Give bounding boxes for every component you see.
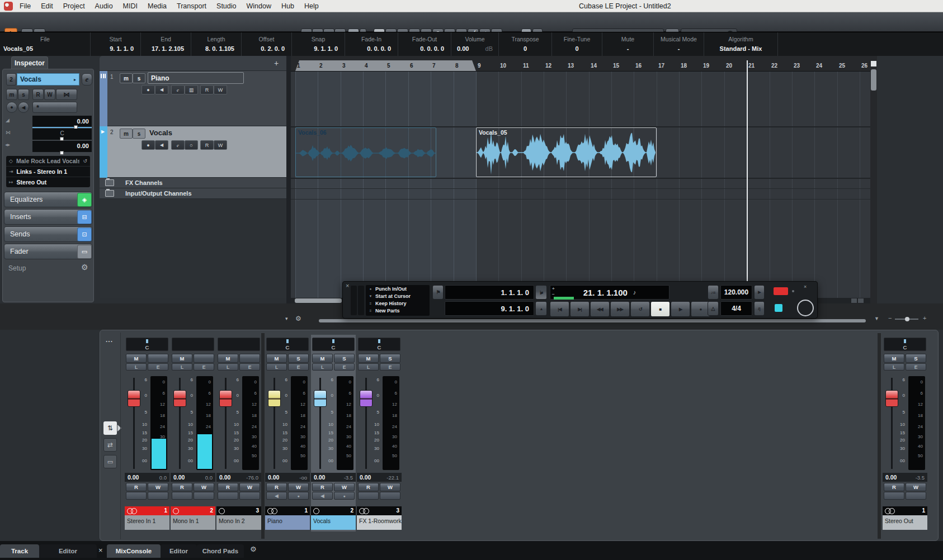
channel-edit-button[interactable]: E — [906, 363, 926, 371]
fader-handle[interactable] — [360, 390, 373, 407]
mute-button[interactable]: M — [312, 354, 333, 363]
menu-media[interactable]: Media — [143, 0, 172, 12]
fader-handle[interactable] — [128, 390, 140, 407]
monitor-button[interactable]: ◀ — [18, 102, 29, 113]
right-locator-flag-button[interactable]: ⚑ — [535, 285, 547, 300]
track-solo-button[interactable]: s — [133, 73, 145, 83]
small-close-icon[interactable]: × — [804, 284, 807, 290]
read-automation-button[interactable]: R — [126, 483, 147, 491]
add-track-button[interactable]: + — [272, 59, 281, 68]
info-value[interactable]: 9. 1. 1. 0 — [91, 45, 140, 52]
monitor-button[interactable]: ◀ — [266, 492, 287, 500]
mixer-zoom-slider-handle[interactable] — [905, 317, 909, 321]
transport-rewind-button[interactable]: ◀◀ — [590, 301, 610, 317]
timeline-ruler[interactable]: 1234567891011121314151617181920212223242… — [291, 60, 870, 72]
channel-edit-button[interactable]: E — [334, 363, 355, 371]
listen-button[interactable]: L — [218, 363, 238, 371]
track-row-vocals[interactable]: ▶ 2 m s Vocals ● ◀ e ○ R W — [100, 126, 286, 178]
info-value[interactable]: 0 — [499, 45, 551, 52]
sync-button[interactable]: /| — [754, 301, 765, 316]
metronome-button[interactable]: △ — [708, 301, 719, 316]
write-automation-button[interactable]: W — [906, 483, 926, 491]
menu-item-keep-history[interactable]: ≡Keep History — [366, 300, 430, 307]
channel-name[interactable]: Mono In 2 — [216, 515, 261, 530]
menu-edit[interactable]: Edit — [36, 0, 58, 12]
pan-control[interactable]: C — [884, 338, 926, 351]
read-automation-button[interactable]: R — [312, 483, 333, 491]
listen-button[interactable]: L — [126, 363, 147, 371]
playhead[interactable] — [747, 60, 748, 281]
tempo-track-button[interactable]: ♪= — [708, 285, 719, 300]
write-automation-button[interactable]: W — [148, 483, 168, 491]
output-routing-row[interactable]: ↦ Stereo Out — [6, 177, 90, 187]
monitor-button[interactable]: ◀ — [312, 492, 333, 500]
mute-button[interactable]: M — [358, 354, 379, 363]
menu-item-new-parts[interactable]: ≡New Parts — [366, 307, 430, 314]
mute-button[interactable]: M — [172, 354, 192, 363]
transport-go-to-start-button[interactable]: |◀ — [550, 301, 569, 317]
setup-gear-icon[interactable]: ⚙ — [81, 263, 88, 272]
close-icon[interactable]: × — [346, 282, 349, 289]
vertical-scrollbar[interactable] — [870, 56, 877, 303]
tab-editor[interactable]: Editor — [161, 544, 197, 558]
record-enable-button[interactable]: ● — [6, 102, 17, 113]
track-mute-button[interactable]: m — [120, 129, 133, 139]
solo-button[interactable] — [148, 354, 168, 363]
read-automation-button[interactable]: R — [266, 483, 287, 491]
solo-button[interactable] — [194, 354, 214, 363]
reload-icon[interactable]: ↺ — [83, 158, 87, 164]
transport-stop-button[interactable]: ■ — [650, 301, 670, 317]
menu-midi[interactable]: MIDI — [118, 0, 143, 12]
track-row-piano[interactable]: 1 m s Piano ● ◀ e ▥ R W — [100, 71, 286, 126]
locator-mode-button[interactable]: ▲ — [535, 301, 547, 316]
mute-button[interactable]: M — [884, 354, 904, 363]
mixer-zoom-out-icon[interactable]: − — [888, 315, 892, 321]
track-name[interactable]: Vocals — [149, 129, 172, 137]
fader-icon[interactable]: ▭ — [77, 245, 92, 259]
menu-hub[interactable]: Hub — [276, 0, 299, 12]
monitor-button[interactable] — [358, 492, 379, 500]
channel-edit-button[interactable]: E — [380, 363, 400, 371]
write-automation-button[interactable]: W — [288, 483, 309, 491]
record-enable-button[interactable] — [239, 492, 260, 500]
info-value[interactable]: - — [602, 45, 653, 52]
write-automation-button[interactable]: W — [380, 483, 400, 491]
listen-button[interactable]: L — [266, 363, 287, 371]
solo-button[interactable]: S — [334, 354, 355, 363]
instrument-icon[interactable]: ▥ — [185, 85, 198, 94]
record-enable-button[interactable]: ● — [334, 492, 355, 500]
read-automation-button[interactable]: R — [200, 85, 214, 94]
left-locator-display[interactable]: 1. 1. 1. 0 — [445, 285, 534, 300]
track-solo-button[interactable]: s — [133, 129, 145, 139]
transport-go-to-end-button[interactable]: ▶| — [570, 301, 590, 317]
info-value[interactable]: 17. 1. 2.105 — [141, 45, 191, 52]
solo-button[interactable]: S — [288, 354, 309, 363]
track-solo-button[interactable]: s — [18, 89, 29, 100]
read-automation-button[interactable]: R — [218, 483, 238, 491]
rack-faders-button[interactable]: ⇅ — [103, 421, 117, 435]
folder-row-fx[interactable]: FX Channels — [100, 178, 286, 188]
transport-cycle-button[interactable]: ↺ — [630, 301, 650, 317]
section-sends[interactable]: Sends⊡ — [4, 226, 92, 242]
sends-icon[interactable]: ⊡ — [77, 227, 92, 241]
tab-mixconsole[interactable]: MixConsole — [107, 544, 161, 558]
mute-button[interactable]: M — [266, 354, 287, 363]
info-value[interactable]: 0. 0. 0. 0 — [398, 45, 451, 52]
jog-wheel[interactable] — [797, 300, 814, 316]
channel-edit-button[interactable]: E — [194, 363, 214, 371]
info-value[interactable]: 0. 2. 0. 0 — [242, 45, 291, 52]
pan-control[interactable]: C — [126, 338, 168, 351]
channel-name[interactable]: FX 1-Roomwork — [357, 515, 402, 530]
track-list-divider[interactable] — [286, 56, 291, 303]
monitor-button[interactable]: ◀ — [155, 85, 168, 94]
delay-display[interactable]: 0.00 — [32, 141, 92, 152]
setup-label[interactable]: Setup — [8, 264, 26, 272]
write-automation-button[interactable]: W — [334, 483, 355, 491]
mute-button[interactable]: M — [218, 354, 238, 363]
tab-track-left[interactable]: Track — [0, 544, 39, 558]
read-automation-button[interactable]: R — [200, 140, 214, 150]
write-automation-button[interactable]: W — [214, 140, 227, 150]
rack-hardware-button[interactable]: ▭ — [103, 455, 117, 468]
equalizers-icon[interactable]: ◈ — [77, 193, 92, 207]
zoom-preset-caret-icon[interactable]: ▾ — [285, 316, 288, 321]
